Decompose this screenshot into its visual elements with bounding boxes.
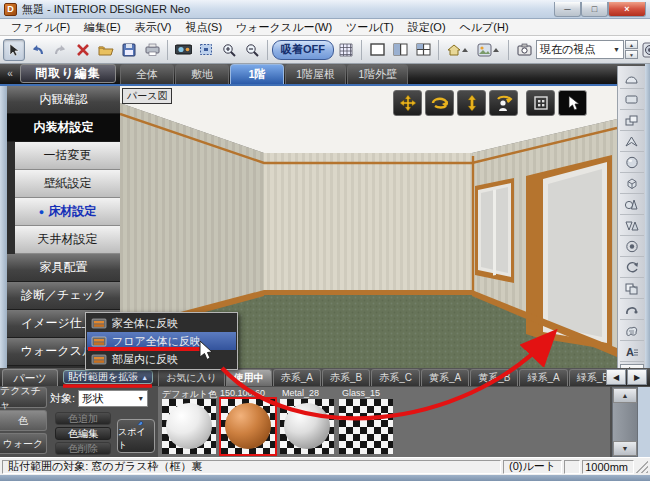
menu-help[interactable]: ヘルプ(H) <box>453 19 516 36</box>
undo-button[interactable] <box>26 39 48 61</box>
image-dropdown[interactable] <box>474 39 504 61</box>
scroll-up-button[interactable]: ▲ <box>613 388 637 403</box>
menu-item-apply-whole-house[interactable]: 家全体に反映 <box>87 314 236 332</box>
union-tool-icon[interactable] <box>620 194 644 215</box>
color-add-button[interactable]: 色追加 <box>55 412 111 425</box>
polygon-tool-icon[interactable] <box>620 131 644 152</box>
zoom-in-button[interactable] <box>218 39 240 61</box>
sidebar-item-furniture[interactable]: 家具配置 <box>7 254 120 282</box>
snap-toggle-button[interactable]: 吸着OFF <box>272 40 334 60</box>
pan-view-button[interactable] <box>393 90 422 116</box>
resize-grip[interactable] <box>636 461 648 473</box>
rotate-tool-icon[interactable] <box>620 257 644 278</box>
home-view-dropdown[interactable] <box>443 39 473 61</box>
menu-tools[interactable]: ツール(T) <box>339 19 401 36</box>
redo-button[interactable] <box>49 39 71 61</box>
split-view-button[interactable] <box>389 39 411 61</box>
sidebar-item-interior-check[interactable]: 内観確認 <box>7 86 120 114</box>
tab-floor1-exterior[interactable]: 1階外壁 <box>347 64 408 84</box>
orbit-view-button[interactable] <box>425 90 454 116</box>
target-tool-icon[interactable] <box>620 236 644 257</box>
tab-floor1[interactable]: 1階 <box>230 64 284 84</box>
tab-whole[interactable]: 全体 <box>120 64 174 84</box>
spin-up-icon[interactable]: ▲ <box>625 40 638 49</box>
expand-paste-range-button[interactable]: 貼付範囲を拡張 ▲ <box>63 370 153 384</box>
swatch-default-color[interactable] <box>162 399 216 454</box>
arch-tool-icon[interactable] <box>620 68 644 89</box>
grid-toggle-button[interactable] <box>335 39 357 61</box>
tab-color[interactable]: 色 <box>0 410 47 431</box>
quad-view-button[interactable] <box>412 39 434 61</box>
tab-site[interactable]: 敷地 <box>175 64 229 84</box>
sidebar-item-batch-change[interactable]: 一括変更 <box>15 142 120 170</box>
floorplan-edit-button[interactable]: 間取り編集 <box>20 64 116 83</box>
swatch-glass-15[interactable] <box>339 399 393 454</box>
viewpoint-settings-button[interactable] <box>639 39 650 61</box>
delete-button[interactable] <box>72 39 94 61</box>
array-tool-icon[interactable] <box>620 278 644 299</box>
select-tool-button[interactable] <box>3 39 25 61</box>
tab-floor1-roof[interactable]: 1階屋根 <box>285 64 346 84</box>
sidebar-item-flooring[interactable]: ● 床材設定 <box>15 198 120 226</box>
zoom-out-button[interactable] <box>241 39 263 61</box>
tab-red-c[interactable]: 赤系_C <box>371 369 420 386</box>
save-button[interactable] <box>118 39 140 61</box>
print-button[interactable] <box>141 39 163 61</box>
close-button[interactable]: × <box>608 2 646 17</box>
curve-tool-icon[interactable] <box>620 299 644 320</box>
zoom-fit-button[interactable] <box>526 90 555 116</box>
tab-red-b[interactable]: 赤系_B <box>322 369 370 386</box>
tab-red-a[interactable]: 赤系_A <box>273 369 321 386</box>
color-edit-button[interactable]: 色編集 <box>55 427 111 440</box>
menu-walkthrough[interactable]: ウォークスルー(W) <box>229 19 339 36</box>
sidebar-item-diagnosis[interactable]: 診断／チェック <box>7 282 120 310</box>
swatch-metal-28[interactable] <box>280 399 334 454</box>
viewpoint-spinner[interactable]: ▲ ▼ <box>625 40 638 59</box>
tab-in-use[interactable]: 使用中 <box>226 369 272 386</box>
tab-yellow-b[interactable]: 黄系_B <box>470 369 518 386</box>
copy-shape-tool-icon[interactable] <box>620 110 644 131</box>
menu-viewpoint[interactable]: 視点(S) <box>178 19 229 36</box>
tab-yellow-a[interactable]: 黄系_A <box>421 369 469 386</box>
menu-item-apply-room[interactable]: 部屋内に反映 <box>87 350 236 368</box>
open-file-button[interactable] <box>95 39 117 61</box>
tab-texture[interactable]: テクスチャ <box>0 387 47 408</box>
stamp-tool-icon[interactable] <box>620 320 644 341</box>
target-select[interactable]: 形状 ▼ <box>78 390 148 407</box>
single-view-button[interactable] <box>366 39 388 61</box>
tab-green-a[interactable]: 緑系_A <box>519 369 567 386</box>
minimize-button[interactable]: ─ <box>554 2 581 17</box>
viewpoint-camera-button[interactable] <box>513 39 535 61</box>
tab-scroll-right-button[interactable]: ▶ <box>627 369 647 385</box>
tab-scroll-left-button[interactable]: ◀ <box>606 369 626 385</box>
eyedropper-button[interactable]: スポイト <box>117 419 155 453</box>
sidebar-item-interior-material[interactable]: 内装材設定 <box>7 114 120 142</box>
collapse-panel-button[interactable]: « <box>2 63 18 83</box>
select-mode-button[interactable] <box>558 90 587 116</box>
spin-down-icon[interactable]: ▼ <box>625 50 638 59</box>
elevate-view-button[interactable] <box>457 90 486 116</box>
tab-favorites[interactable]: お気に入り <box>158 369 225 386</box>
viewpoint-select[interactable]: 現在の視点 ▼ <box>536 40 624 59</box>
menu-settings[interactable]: 設定(O) <box>401 19 453 36</box>
sidebar-item-ceiling[interactable]: 天井材設定 <box>15 226 120 254</box>
scroll-down-button[interactable]: ▼ <box>613 441 637 456</box>
sidebar-item-wallpaper[interactable]: 壁紙設定 <box>15 170 120 198</box>
color-delete-button[interactable]: 色削除 <box>55 442 111 455</box>
cones-tool-icon[interactable] <box>620 215 644 236</box>
swatch-scrollbar[interactable]: ▲ ▼ <box>612 387 638 457</box>
cube-tool-icon[interactable] <box>620 173 644 194</box>
menu-edit[interactable]: 編集(E) <box>77 19 128 36</box>
tab-green-b[interactable]: 緑系_B <box>569 369 606 386</box>
maximize-button[interactable]: □ <box>581 2 608 17</box>
menu-item-apply-whole-floor[interactable]: フロア全体に反映 <box>87 332 236 350</box>
walkthrough-view-button[interactable] <box>489 90 518 116</box>
sphere-tool-icon[interactable] <box>620 152 644 173</box>
menu-view[interactable]: 表示(V) <box>128 19 179 36</box>
menu-file[interactable]: ファイル(F) <box>4 19 77 36</box>
box-tool-icon[interactable] <box>620 89 644 110</box>
render-camera-button[interactable] <box>172 39 194 61</box>
tab-walk[interactable]: ウォーク <box>0 433 47 454</box>
frame-select-button[interactable] <box>195 39 217 61</box>
text-tool-icon[interactable]: A <box>620 341 644 362</box>
